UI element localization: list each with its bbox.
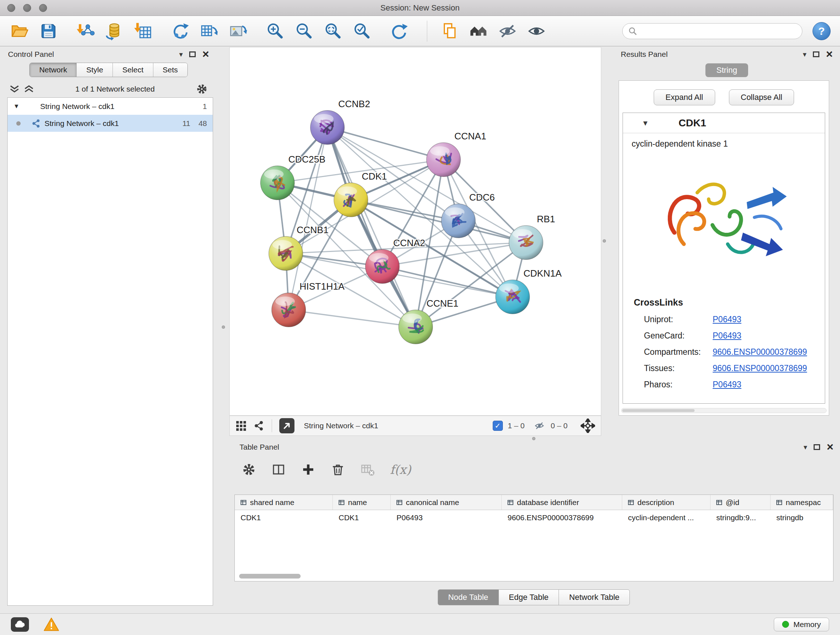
network-node-CCNB1[interactable]: CCNB1 xyxy=(269,225,328,271)
search-input[interactable] xyxy=(641,24,796,39)
import-network-database-button[interactable] xyxy=(104,21,125,41)
cell-canonical-name[interactable]: P06493 xyxy=(391,510,502,525)
crosslink-link[interactable]: P06493 xyxy=(713,331,741,340)
network-node-CCNE1[interactable]: CCNE1 xyxy=(399,298,458,344)
delete-column-trash-icon[interactable] xyxy=(331,462,345,477)
panel-close-icon[interactable]: × xyxy=(826,50,833,59)
tab-node-table[interactable]: Node Table xyxy=(438,589,499,605)
memory-button[interactable]: Memory xyxy=(774,618,829,631)
panel-menu-icon[interactable]: ▾ xyxy=(804,443,807,451)
zoom-fit-button[interactable] xyxy=(323,21,343,41)
search-field[interactable] xyxy=(622,23,802,39)
hide-selected-button[interactable] xyxy=(497,21,518,41)
fit-content-crosshair-icon[interactable] xyxy=(581,418,595,433)
results-horizontal-scrollbar[interactable] xyxy=(621,408,827,413)
left-splitter-handle[interactable] xyxy=(222,325,225,329)
tab-style[interactable]: Style xyxy=(77,63,113,77)
import-table-button[interactable] xyxy=(133,21,153,41)
import-network-file-button[interactable] xyxy=(75,21,95,41)
network-canvas[interactable]: CCNB2CCNA1CDC25BCDK1CDC6RB1CCNB1CCNA2CDK… xyxy=(230,48,601,415)
network-collection-row[interactable]: ▼ String Network – cdk1 1 xyxy=(8,98,213,115)
zoom-in-button[interactable] xyxy=(265,21,285,41)
crosslink-link[interactable]: 9606.ENSP00000378699 xyxy=(713,363,807,373)
grid-view-icon[interactable] xyxy=(235,420,246,431)
open-session-button[interactable] xyxy=(9,21,30,41)
panel-float-icon[interactable] xyxy=(813,51,819,57)
network-node-RB1[interactable]: RB1 xyxy=(509,214,555,260)
table-row[interactable]: CDK1 CDK1 P06493 9606.ENSP00000378699 cy… xyxy=(235,510,833,525)
table-horizontal-scrollbar[interactable] xyxy=(239,574,301,578)
expand-all-button[interactable]: Expand All xyxy=(654,89,715,105)
results-tab-string[interactable]: String xyxy=(706,63,748,77)
network-row-selected[interactable]: String Network – cdk1 11 48 xyxy=(8,115,213,132)
minimize-window-button[interactable] xyxy=(23,4,31,12)
close-window-button[interactable] xyxy=(7,4,15,12)
column-header-shared-name[interactable]: shared name xyxy=(235,495,333,510)
network-node-CDC6[interactable]: CDC6 xyxy=(441,192,495,238)
cell-shared-name[interactable]: CDK1 xyxy=(235,510,333,525)
right-splitter-handle[interactable] xyxy=(603,239,606,242)
zoom-selected-button[interactable] xyxy=(352,21,372,41)
collapse-all-button[interactable]: Collapse All xyxy=(729,89,794,105)
network-node-CDKN1A[interactable]: CDKN1A xyxy=(496,268,562,314)
save-session-button[interactable] xyxy=(38,21,58,41)
expand-all-icon[interactable] xyxy=(24,85,34,93)
add-column-icon[interactable] xyxy=(301,462,316,477)
network-node-CDC25B[interactable]: CDC25B xyxy=(261,154,325,200)
network-edge-HIST1H1A-CCNE1[interactable] xyxy=(289,310,416,327)
network-node-CDK1[interactable]: CDK1 xyxy=(334,171,387,217)
tab-edge-table[interactable]: Edge Table xyxy=(499,589,559,605)
panel-float-icon[interactable] xyxy=(813,444,820,450)
export-image-button[interactable] xyxy=(228,21,248,41)
tab-select[interactable]: Select xyxy=(113,63,153,77)
network-node-HIST1H1A[interactable]: HIST1H1A xyxy=(272,281,345,327)
panel-float-icon[interactable] xyxy=(189,51,196,57)
open-network-in-window-button[interactable] xyxy=(279,418,294,433)
show-all-button[interactable] xyxy=(526,21,546,41)
network-overview-icon[interactable] xyxy=(254,420,264,431)
gear-icon[interactable] xyxy=(196,83,208,95)
column-header-name[interactable]: name xyxy=(333,495,391,510)
tab-sets[interactable]: Sets xyxy=(153,63,187,77)
bottom-splitter-handle[interactable] xyxy=(532,437,535,440)
network-edge-CCNA2-CDKN1A[interactable] xyxy=(382,266,513,297)
column-header-description[interactable]: description xyxy=(622,495,711,510)
tab-network-table[interactable]: Network Table xyxy=(559,589,630,605)
cell-name[interactable]: CDK1 xyxy=(333,510,391,525)
network-node-CCNA1[interactable]: CCNA1 xyxy=(426,131,486,177)
panel-menu-icon[interactable]: ▾ xyxy=(179,51,183,58)
panel-menu-icon[interactable]: ▾ xyxy=(803,51,806,58)
zoom-window-button[interactable] xyxy=(39,4,47,12)
hidden-eye-icon[interactable] xyxy=(533,421,546,431)
copy-button[interactable] xyxy=(439,21,460,41)
selected-nodes-checkbox[interactable]: ✓ xyxy=(493,421,503,431)
collapse-all-icon[interactable] xyxy=(9,85,19,93)
bundled-apps-button[interactable] xyxy=(469,21,489,41)
cell-namespace[interactable]: stringdb xyxy=(771,510,833,525)
crosslink-link[interactable]: P06493 xyxy=(713,315,741,325)
column-header-database-identifier[interactable]: database identifier xyxy=(502,495,622,510)
warning-icon[interactable] xyxy=(43,617,59,632)
cell-id[interactable]: stringdb:9... xyxy=(711,510,771,525)
cloud-status-button[interactable] xyxy=(11,617,29,632)
network-edge-CCNB2-CCNE1[interactable] xyxy=(327,127,416,327)
cell-description[interactable]: cyclin-dependent ... xyxy=(622,510,711,525)
refresh-view-button[interactable] xyxy=(388,21,409,41)
tree-expander-icon[interactable]: ▼ xyxy=(13,103,24,110)
panel-close-icon[interactable]: × xyxy=(202,50,209,59)
gene-section-header[interactable]: ▼ CDK1 xyxy=(623,113,825,133)
network-from-table-button[interactable] xyxy=(199,21,219,41)
tab-network[interactable]: Network xyxy=(30,63,77,77)
show-columns-icon[interactable] xyxy=(271,462,286,477)
column-header-id[interactable]: @id xyxy=(711,495,771,510)
panel-close-icon[interactable]: × xyxy=(827,442,834,452)
table-settings-gear-icon[interactable] xyxy=(242,462,256,477)
help-button[interactable]: ? xyxy=(813,22,831,40)
network-tools-button[interactable] xyxy=(170,21,190,41)
zoom-out-button[interactable] xyxy=(294,21,314,41)
cell-database-identifier[interactable]: 9606.ENSP00000378699 xyxy=(502,510,622,525)
column-header-namespace[interactable]: namespac xyxy=(771,495,833,510)
crosslink-link[interactable]: 9606.ENSP00000378699 xyxy=(713,347,807,357)
column-header-canonical-name[interactable]: canonical name xyxy=(391,495,502,510)
section-expander-icon[interactable]: ▼ xyxy=(642,119,649,127)
